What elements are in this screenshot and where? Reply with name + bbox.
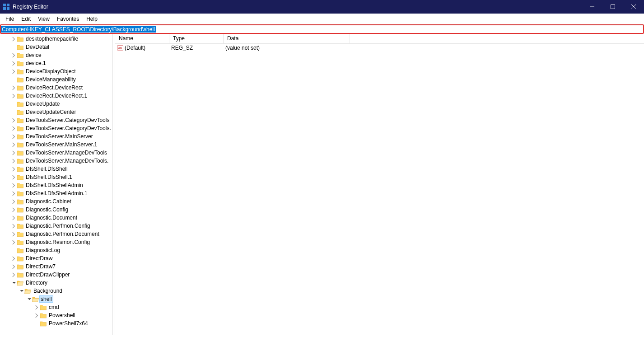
folder-icon	[17, 223, 24, 229]
expand-arrow-icon[interactable]	[10, 68, 17, 75]
tree-item[interactable]: cmd	[0, 303, 112, 311]
expand-arrow-icon[interactable]	[10, 239, 17, 245]
expand-arrow-icon[interactable]	[10, 52, 17, 58]
folder-icon	[17, 198, 24, 205]
expand-arrow-icon[interactable]	[10, 271, 17, 278]
folder-icon	[17, 215, 24, 221]
tree-item[interactable]: DevToolsServer.MainServer.1	[0, 140, 112, 149]
svg-rect-1	[7, 4, 9, 6]
expand-arrow-icon[interactable]	[10, 60, 17, 66]
tree-item[interactable]: DfsShell.DfsShellAdmin.1	[0, 189, 112, 197]
collapse-arrow-icon[interactable]	[10, 280, 17, 286]
folder-icon	[17, 247, 24, 253]
maximize-button[interactable]	[602, 0, 623, 14]
tree-item[interactable]: DeviceDisplayObject	[0, 67, 112, 75]
tree-item[interactable]: DevToolsServer.MainServer	[0, 132, 112, 140]
menu-favorites[interactable]: Favorites	[53, 15, 83, 23]
expand-arrow-icon[interactable]	[33, 312, 40, 318]
tree-item-label: desktopthemepackfile	[25, 36, 79, 42]
tree-item[interactable]: DfsShell.DfsShell	[0, 165, 112, 173]
expand-arrow-icon[interactable]	[33, 304, 40, 310]
tree-item[interactable]: DiagnosticLog	[0, 246, 112, 254]
expand-arrow-icon[interactable]	[10, 215, 17, 221]
expand-arrow-icon[interactable]	[10, 206, 17, 213]
value-row[interactable]: (Default)REG_SZ(value not set)	[115, 44, 644, 52]
app-icon	[3, 3, 10, 10]
menu-view[interactable]: View	[34, 15, 53, 23]
tree-item[interactable]: DeviceRect.DeviceRect	[0, 84, 112, 92]
tree-item[interactable]: Diagnostic.Cabinet	[0, 197, 112, 206]
expand-arrow-icon[interactable]	[10, 125, 17, 131]
menu-help[interactable]: Help	[83, 15, 101, 23]
tree-item[interactable]: device.1	[0, 59, 112, 67]
tree-item[interactable]: DevToolsServer.ManageDevTools	[0, 149, 112, 157]
expand-arrow-icon[interactable]	[10, 223, 17, 229]
tree-item[interactable]: Directory	[0, 279, 112, 287]
menu-file[interactable]: File	[2, 15, 18, 23]
tree-item[interactable]: DeviceUpdate	[0, 100, 112, 108]
expand-arrow-icon[interactable]	[10, 150, 17, 156]
tree-item[interactable]: DevToolsServer.CategoryDevTools	[0, 116, 112, 124]
expand-arrow-icon[interactable]	[10, 166, 17, 172]
expand-arrow-icon[interactable]	[10, 117, 17, 123]
tree-item[interactable]: DeviceUpdateCenter	[0, 108, 112, 116]
folder-icon	[17, 271, 24, 278]
expand-arrow-icon[interactable]	[10, 36, 17, 42]
tree-item[interactable]: DirectDraw7	[0, 262, 112, 271]
tree-item[interactable]: desktopthemepackfile	[0, 35, 112, 43]
expand-arrow-icon[interactable]	[10, 133, 17, 140]
tree-item[interactable]: DevDetail	[0, 43, 112, 51]
expand-arrow-icon[interactable]	[10, 174, 17, 180]
tree-item[interactable]: DeviceManageability	[0, 75, 112, 84]
tree-panel[interactable]: desktopthemepackfileDevDetaildevicedevic…	[0, 34, 112, 335]
tree-item[interactable]: shell	[0, 295, 112, 303]
tree-item[interactable]: DevToolsServer.CategoryDevTools.	[0, 124, 112, 132]
collapse-arrow-icon[interactable]	[26, 296, 32, 302]
column-header-type[interactable]: Type	[169, 34, 224, 43]
folder-icon	[40, 312, 47, 318]
expand-arrow-icon[interactable]	[10, 255, 17, 262]
folder-icon	[17, 93, 24, 99]
minimize-button[interactable]	[582, 0, 602, 14]
tree-item[interactable]: DfsShell.DfsShellAdmin	[0, 181, 112, 189]
tree-item[interactable]: DirectDrawClipper	[0, 271, 112, 279]
tree-item[interactable]: Background	[0, 287, 112, 295]
expand-arrow-icon[interactable]	[10, 93, 17, 99]
folder-icon	[17, 68, 24, 75]
tree-item-label: DirectDraw7	[25, 263, 56, 270]
svg-rect-2	[3, 7, 6, 10]
expand-arrow-icon[interactable]	[10, 84, 17, 91]
tree-item[interactable]: Diagnostic.Perfmon.Config	[0, 222, 112, 230]
tree-item-label: Diagnostic.Config	[25, 206, 69, 213]
expand-arrow-icon[interactable]	[10, 231, 17, 237]
tree-item[interactable]: Diagnostic.Perfmon.Document	[0, 230, 112, 238]
address-path[interactable]: Computer\HKEY_CLASSES_ROOT\Directory\Bac…	[1, 26, 156, 33]
value-type: REG_SZ	[169, 45, 224, 51]
folder-icon	[40, 320, 47, 327]
tree-item[interactable]: DevToolsServer.ManageDevTools.	[0, 157, 112, 165]
values-body[interactable]: (Default)REG_SZ(value not set)	[115, 44, 644, 335]
expand-arrow-icon[interactable]	[10, 182, 17, 188]
column-header-data[interactable]: Data	[224, 34, 350, 43]
tree-item[interactable]: device	[0, 51, 112, 59]
expand-arrow-icon[interactable]	[10, 158, 17, 164]
expand-arrow-icon	[10, 44, 17, 50]
column-header-name[interactable]: Name	[115, 34, 169, 43]
tree-item[interactable]: Diagnostic.Document	[0, 214, 112, 222]
collapse-arrow-icon[interactable]	[18, 288, 24, 294]
tree-item[interactable]: DirectDraw	[0, 254, 112, 262]
tree-item[interactable]: PowerShell7x64	[0, 319, 112, 328]
expand-arrow-icon[interactable]	[10, 190, 17, 197]
folder-icon	[17, 117, 24, 123]
address-bar[interactable]: Computer\HKEY_CLASSES_ROOT\Directory\Bac…	[0, 24, 644, 34]
tree-item[interactable]: DfsShell.DfsShell.1	[0, 173, 112, 181]
tree-item[interactable]: DeviceRect.DeviceRect.1	[0, 92, 112, 100]
tree-item[interactable]: Diagnostic.Resmon.Config	[0, 238, 112, 246]
close-button[interactable]	[623, 0, 644, 14]
expand-arrow-icon[interactable]	[10, 263, 17, 270]
expand-arrow-icon[interactable]	[10, 198, 17, 205]
tree-item[interactable]: Diagnostic.Config	[0, 206, 112, 214]
tree-item[interactable]: Powershell	[0, 311, 112, 319]
expand-arrow-icon[interactable]	[10, 141, 17, 148]
menu-edit[interactable]: Edit	[18, 15, 34, 23]
